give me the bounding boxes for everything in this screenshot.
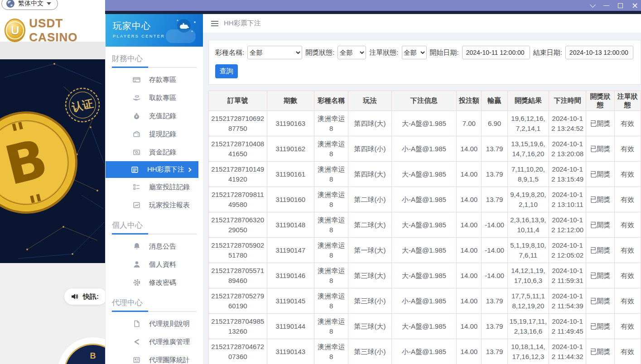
bottom-logo-symbol: B: [90, 351, 96, 364]
table-cell: 2152172871014941920: [209, 162, 267, 187]
brand-name: USDT CASINO: [29, 16, 105, 44]
search-button[interactable]: 查詢: [215, 64, 238, 78]
end-date-input[interactable]: [565, 46, 633, 59]
table-cell: 第四球(大): [348, 162, 391, 187]
sidebar-item-recharge-records[interactable]: ¥充值記錄: [106, 107, 203, 125]
table-cell: 15,19,17,11,2,13,16,6: [507, 314, 549, 339]
bell-icon: [133, 242, 141, 250]
brand-logo: U USDT CASINO: [5, 16, 105, 44]
table-cell: 14.00: [457, 238, 482, 263]
window-titlebar: ×: [105, 0, 641, 11]
table-row: 215217287063202905031190148澳洲幸运8第二球(大)大-…: [209, 212, 641, 238]
table-cell: 第四球(小): [348, 136, 391, 162]
table-cell: 澳洲幸运8: [314, 263, 348, 288]
order-status-select[interactable]: 全部: [402, 46, 427, 59]
sidebar-item-agent-rules[interactable]: 代理規則說明: [106, 315, 203, 333]
sidebar-item-label: 存款專區: [149, 76, 176, 84]
table-cell: 已開獎: [586, 162, 614, 187]
table-cell: 已開獎: [586, 263, 614, 288]
coin-letter: U: [11, 24, 19, 38]
withdraw-hand-icon: [133, 94, 140, 102]
language-selector[interactable]: 繁体中文: [1, 0, 58, 10]
table-cell: 2024-10-12 13:24:52: [549, 111, 586, 136]
table-cell: 6.90: [482, 111, 507, 136]
table-cell: 2152172871040841650: [209, 136, 267, 162]
chevron-down-button[interactable]: [591, 5, 595, 7]
table-cell: 31190162: [267, 136, 314, 162]
table-cell: 小-A盤@1.985: [391, 288, 457, 314]
table-cell: 小-A盤@1.985: [391, 136, 457, 162]
table-cell: 13.79: [482, 136, 507, 162]
table-cell: 17,7,5,11,18,12,19,20: [507, 288, 549, 314]
table-cell: 31190144: [267, 314, 314, 339]
sidebar-item-label: 代理規則說明: [149, 320, 190, 328]
table-cell: 2024-10-12 11:44:32: [549, 339, 586, 364]
table-row: 215217287104084165031190162澳洲幸运8第四球(小)小-…: [209, 136, 641, 162]
table-cell: 7,11,10,20,8,9,1,5: [507, 162, 549, 187]
sidebar-item-label: 玩家投注報表: [149, 201, 190, 210]
table-cell: 13,15,19,6,14,7,16,20: [507, 136, 549, 162]
table-cell: 31190160: [267, 187, 314, 212]
minimize-button[interactable]: [603, 5, 609, 6]
table-row: 215217287046720736031190143澳洲幸运8第三球(小)小-…: [209, 339, 641, 364]
table-cell: 第四球(大): [348, 111, 391, 136]
sidebar-item-announcements[interactable]: 消息公告: [106, 237, 203, 255]
lottery-name-label: 彩種名稱:: [215, 48, 244, 57]
section-title-1: 個人中心: [106, 214, 203, 234]
funds-record-icon: [133, 148, 140, 156]
maximize-button[interactable]: [618, 3, 623, 8]
page-bottom-area: 快訊: B: [0, 263, 105, 364]
table-cell: 有效: [614, 212, 641, 238]
sidebar-item-player-bet-report[interactable]: 玩家投注報表: [106, 196, 203, 214]
sidebar-item-hh-lottery-bets[interactable]: HH彩票下注: [106, 161, 198, 178]
table-cell: 13.79: [482, 288, 507, 314]
table-cell: -14.00: [482, 212, 507, 238]
order-status-label: 注單狀態:: [369, 48, 398, 57]
table-cell: 大-A盤@1.985: [391, 263, 457, 288]
table-cell: 13.79: [482, 162, 507, 187]
table-cell: 9,4,19,8,20,2,1,10: [507, 187, 549, 212]
sidebar-item-withdrawal-records[interactable]: 提現記錄: [106, 125, 203, 143]
sidebar-item-room-bet-records[interactable]: 廳室投註記錄: [106, 178, 203, 196]
sidebar-item-withdraw-zone[interactable]: 取款專區: [106, 89, 203, 107]
sidebar-item-agent-team-stats[interactable]: 代理團隊統計: [106, 351, 203, 364]
table-cell: 第三球(大): [348, 314, 391, 339]
language-label: 繁体中文: [18, 0, 43, 8]
sidebar-item-agent-promotion[interactable]: 代理推廣管理: [106, 333, 203, 351]
gamepad-icon: [157, 18, 198, 45]
table-cell: 2152172870981149580: [209, 187, 267, 212]
table-row: 215217287101494192031190161澳洲幸运8第四球(大)大-…: [209, 162, 641, 187]
section-underline: [112, 67, 197, 68]
start-date-input[interactable]: [462, 46, 530, 59]
column-header: 注單狀態: [614, 91, 641, 111]
close-button[interactable]: ×: [631, 1, 638, 10]
table-cell: 14.00: [457, 339, 482, 364]
table-row: 215217287049851326031190144澳洲幸运8第三球(大)大-…: [209, 314, 641, 339]
lottery-name-select[interactable]: 全部: [247, 46, 302, 59]
news-ticker-label: 快訊:: [83, 292, 99, 301]
menu-toggle-icon[interactable]: [211, 21, 218, 26]
sidebar-item-deposit-zone[interactable]: 存款專區: [106, 71, 203, 89]
section-underline: [112, 311, 197, 312]
sidebar: 玩家中心 PLAYERS CENTER 財務中心存款專區取款專區¥充值記錄提現記…: [105, 14, 203, 364]
sidebar-item-profile[interactable]: 個人資料: [106, 255, 203, 273]
table-cell: 31190163: [267, 111, 314, 136]
table-cell: 31190148: [267, 212, 314, 238]
bitcoin-hero-image: B 认证: [0, 59, 105, 263]
table-cell: 第三球(小): [348, 288, 391, 314]
sidebar-item-funds-records[interactable]: 資金記錄: [106, 143, 203, 161]
breadcrumb-bar: HH彩票下注: [203, 14, 641, 33]
table-cell: 13.79: [482, 187, 507, 212]
table-cell: 大-A盤@1.985: [391, 212, 457, 238]
table-row: 215217287052796019031190145澳洲幸运8第三球(小)小-…: [209, 288, 641, 314]
table-cell: 14.00: [457, 212, 482, 238]
table-cell: 有效: [614, 187, 641, 212]
sidebar-item-change-password[interactable]: 修改密碼: [106, 273, 203, 292]
table-cell: 31190145: [267, 288, 314, 314]
chevron-down-icon: [47, 2, 51, 5]
table-cell: 已開獎: [586, 314, 614, 339]
table-cell: 澳洲幸运8: [314, 162, 348, 187]
draw-status-select[interactable]: 全部: [337, 46, 366, 59]
table-cell: 大-A盤@1.985: [391, 162, 457, 187]
table-cell: 有效: [614, 314, 641, 339]
